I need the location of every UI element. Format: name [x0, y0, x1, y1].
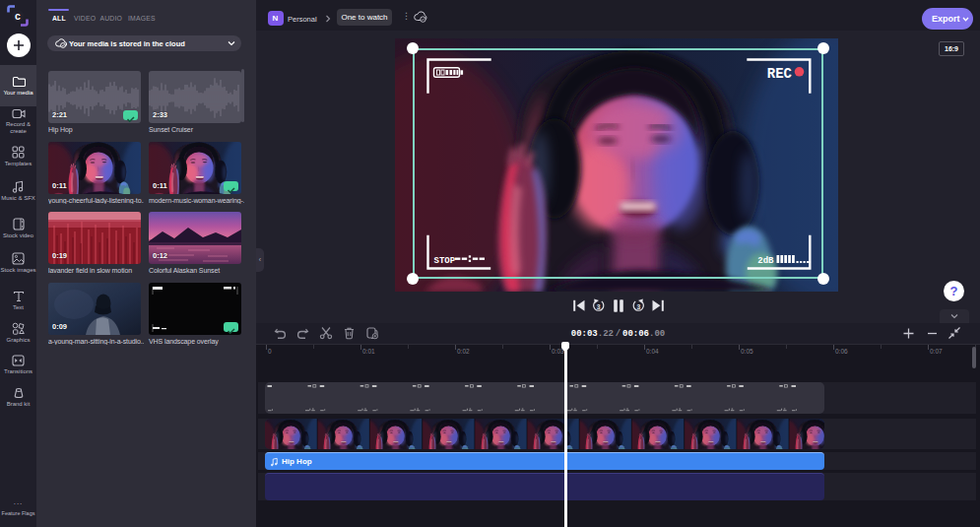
svg-text:3: 3 — [597, 303, 601, 310]
svg-text:c: c — [15, 10, 21, 22]
svg-text:3: 3 — [637, 303, 641, 310]
